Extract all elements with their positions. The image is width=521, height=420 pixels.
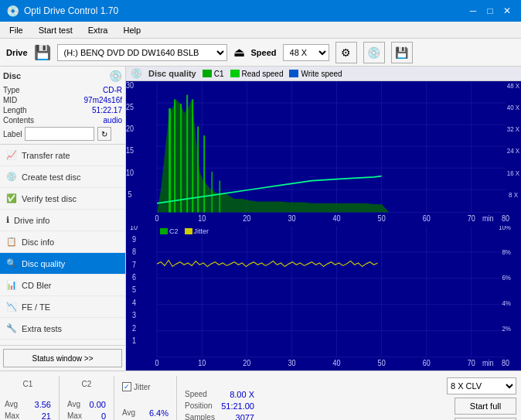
svg-text:48 X: 48 X [507,82,520,90]
svg-text:5: 5 [132,285,137,295]
svg-text:60: 60 [423,358,431,367]
sidebar-item-cd-bler[interactable]: 📊 CD Bler [0,275,125,296]
cd-bler-icon: 📊 [6,280,17,290]
legend-write-speed-label: Write speed [301,70,342,78]
maximize-button[interactable]: □ [482,3,498,19]
menu-file[interactable]: File [3,24,29,36]
chart2-container: C2 Jitter [126,226,521,370]
svg-rect-40 [180,104,182,212]
menu-bar: File Start test Extra Help [0,22,521,39]
svg-text:30: 30 [288,213,296,223]
speed-clv-select[interactable]: 8 X CLV [447,377,516,394]
jitter-stats-col: ✓ Jitter Avg 6.4% Max 7.2% [122,374,169,420]
sidebar-item-create-test-disc[interactable]: 💿 Create test disc [0,166,125,188]
bottom-panel: C1 Avg 3.56 Max 21 Total 10975 C2 Avg 0.… [0,370,521,420]
svg-rect-43 [197,126,199,212]
svg-text:0: 0 [155,213,160,223]
c2-max: 0 [101,411,106,421]
close-button[interactable]: ✕ [499,3,515,19]
avg-label: Avg [5,400,18,409]
jitter-avg: 6.4% [149,408,169,418]
drive-info-label: Drive info [14,216,49,225]
divider-1 [59,376,60,420]
menu-extra[interactable]: Extra [82,24,114,36]
jitter-avg-label: Avg [122,408,135,418]
extra-tests-label: Extra tests [22,324,62,333]
menu-start-test[interactable]: Start test [32,24,79,36]
transfer-rate-label: Transfer rate [22,151,70,160]
status-window-button[interactable]: Status window >> [3,349,122,367]
sidebar-item-extra-tests[interactable]: 🔧 Extra tests [0,318,125,340]
drive-label: Drive [6,48,28,57]
svg-text:32 X: 32 X [507,125,520,134]
sidebar-item-verify-test-disc[interactable]: ✅ Verify test disc [0,188,125,210]
speed-label: Speed [251,48,277,57]
svg-text:min: min [482,213,494,223]
app-title: Opti Drive Control 1.70 [24,5,118,16]
jitter-checkbox[interactable]: ✓ [122,382,131,391]
extra-tests-icon: 🔧 [6,323,17,333]
svg-text:4%: 4% [502,299,511,307]
drive-select[interactable]: (H:) BENQ DVD DD DW1640 BSLB [57,44,227,61]
svg-text:60: 60 [423,213,431,223]
verify-test-disc-icon: ✅ [6,193,17,203]
disc-action-button[interactable]: 💿 [363,42,385,63]
sidebar-item-disc-info[interactable]: 📋 Disc info [0,231,125,253]
create-test-disc-label: Create test disc [22,172,80,182]
disc-type-key: Type [3,86,20,94]
fe-te-icon: 📉 [6,302,17,312]
svg-text:40: 40 [333,358,342,367]
speed-stat-label: Speed [185,390,207,399]
sidebar-item-drive-info[interactable]: ℹ Drive info [0,210,125,231]
save-button[interactable]: 💾 [391,42,413,63]
disc-quality-label: Disc quality [22,259,65,268]
start-part-button[interactable]: Start part [455,418,516,421]
disc-label-input[interactable] [25,127,94,141]
sidebar-item-fe-te[interactable]: 📉 FE / TE [0,296,125,318]
svg-text:50: 50 [378,213,386,223]
svg-text:40: 40 [333,213,342,223]
menu-help[interactable]: Help [117,24,147,36]
c1-stats-col: C1 Avg 3.56 Max 21 Total 10975 [5,374,51,420]
verify-test-disc-label: Verify test disc [22,194,77,203]
c2-avg: 0.00 [90,400,106,409]
disc-contents-key: Contents [3,116,34,125]
start-full-button[interactable]: Start full [455,398,516,415]
samples-val: 3077 [236,413,254,421]
svg-text:25: 25 [126,103,135,112]
legend-write-speed-box [289,70,298,77]
svg-rect-47 [126,226,521,370]
speed-select[interactable]: 48 X [283,44,329,61]
svg-text:20: 20 [243,213,251,223]
svg-text:3: 3 [132,311,137,320]
svg-text:7: 7 [132,260,136,269]
legend-jitter-box [185,228,192,234]
svg-rect-42 [192,99,193,212]
svg-text:1: 1 [132,336,136,345]
disc-mid-val: 97m24s16f [84,96,122,104]
svg-text:50: 50 [378,358,386,367]
minimize-button[interactable]: ─ [465,3,481,19]
settings-button[interactable]: ⚙ [335,42,357,63]
legend-c2-box [160,228,168,234]
sidebar-item-disc-quality[interactable]: 🔍 Disc quality [0,253,125,275]
disc-quality-icon: 🔍 [6,258,17,268]
disc-info-label: Disc info [22,237,54,247]
speed-stat-val: 8.00 X [230,390,254,399]
svg-text:8: 8 [132,248,137,257]
chart2-svg: 10 9 8 7 6 5 4 3 2 1 10% 8% 6% 4% 2% 0 1… [126,226,521,370]
svg-text:30: 30 [126,81,135,90]
sidebar-item-transfer-rate[interactable]: 📈 Transfer rate [0,145,125,166]
svg-text:20: 20 [243,358,251,367]
svg-text:2%: 2% [502,324,511,333]
chart1-svg: 30 25 20 15 10 5 48 X 40 X 32 X 24 X 16 … [126,81,521,226]
svg-text:0: 0 [155,358,160,367]
disc-label-refresh[interactable]: ↻ [97,127,111,141]
svg-text:5: 5 [128,190,133,199]
chart1-container: 30 25 20 15 10 5 48 X 40 X 32 X 24 X 16 … [126,81,521,226]
chart2-legend: C2 Jitter [160,227,209,235]
c1-avg: 3.56 [35,400,51,409]
chart-icon: 💿 [131,68,142,79]
svg-text:20: 20 [126,125,135,134]
max-label: Max [5,411,19,421]
